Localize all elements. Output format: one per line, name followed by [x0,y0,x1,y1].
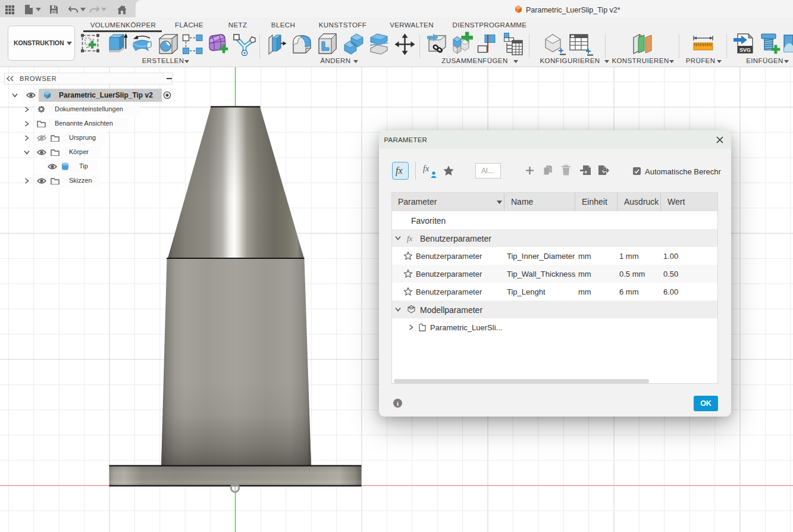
svg-text:SVG: SVG [739,47,751,53]
